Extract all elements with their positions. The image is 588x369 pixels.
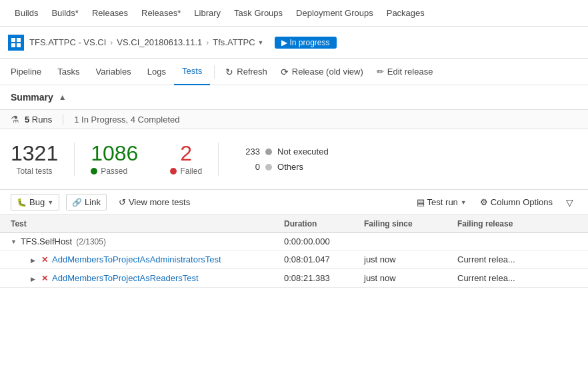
- group-duration: 0:00:00.000: [284, 236, 364, 246]
- col-test: Test: [11, 219, 284, 228]
- failed-dot: [170, 168, 177, 175]
- test-run-dropdown-icon: ▼: [461, 199, 467, 206]
- failed-section: 2 Failed: [170, 143, 219, 176]
- col-failing-since: Failing since: [364, 219, 457, 228]
- nav-pipeline[interactable]: Pipeline: [3, 59, 49, 85]
- row1-duration: 0:08:01.047: [284, 254, 364, 264]
- table-row-2: ✕ AddMembersToProjectAsReadersTest 0:08:…: [0, 269, 588, 288]
- row2-name-cell: ✕ AddMembersToProjectAsReadersTest: [11, 273, 284, 283]
- nav-variables[interactable]: Variables: [88, 59, 139, 85]
- toolbar-left: 🐛 Bug ▼ 🔗 Link ↺ View more tests: [11, 194, 413, 210]
- column-options-button[interactable]: ⚙ Column Options: [476, 194, 557, 210]
- row1-error-icon: ✕: [41, 255, 48, 264]
- breadcrumb-sep-1: ›: [110, 38, 113, 47]
- stats-bar: ⚗ 5 Runs 1 In Progress, 4 Completed: [0, 110, 588, 129]
- nav-releases[interactable]: Releases: [85, 0, 135, 27]
- svg-rect-3: [17, 43, 21, 47]
- total-label: Total tests: [11, 167, 58, 176]
- table-row: ✕ AddMembersToProjectAsAdministratorsTes…: [0, 250, 588, 269]
- secondary-nav-divider: [214, 65, 215, 79]
- passed-dot: [91, 168, 97, 175]
- not-executed-label: Not executed: [277, 147, 329, 157]
- runs-count: 5 Runs: [25, 115, 63, 125]
- refresh-button[interactable]: ↻ Refresh: [219, 59, 274, 85]
- row1-expand[interactable]: [28, 256, 37, 264]
- nav-tests[interactable]: Tests: [174, 59, 210, 85]
- top-nav: Builds Builds* Releases Releases* Librar…: [0, 0, 588, 27]
- breadcrumb-target[interactable]: Tfs.ATTPC ▼: [213, 37, 263, 47]
- table-row-group: TFS.SelfHost (2/1305) 0:00:00.000: [0, 233, 588, 250]
- bug-dropdown-icon: ▼: [47, 199, 53, 206]
- row2-test-name[interactable]: AddMembersToProjectAsReadersTest: [52, 273, 199, 283]
- passed-label: Passed: [91, 167, 138, 176]
- not-executed-row: 233 Not executed: [240, 147, 329, 157]
- row1-test-name[interactable]: AddMembersToProjectAsAdministratorsTest: [52, 254, 221, 264]
- column-options-icon: ⚙: [480, 197, 488, 207]
- not-executed-dot: [265, 149, 272, 155]
- nav-library[interactable]: Library: [187, 0, 227, 27]
- test-run-button[interactable]: ▤ Test run ▼: [413, 194, 471, 210]
- other-counts-section: 233 Not executed 0 Others: [235, 147, 329, 172]
- svg-rect-0: [11, 38, 15, 42]
- breadcrumb-release[interactable]: VS.CI_20180613.11.1: [117, 37, 202, 47]
- row2-expand[interactable]: [28, 274, 37, 282]
- filter-button[interactable]: ▽: [562, 194, 577, 210]
- row2-error-icon: ✕: [41, 274, 48, 283]
- status-play-icon: ▶: [281, 38, 287, 47]
- toolbar: 🐛 Bug ▼ 🔗 Link ↺ View more tests ▤ Test …: [0, 190, 588, 215]
- not-executed-count: 233: [240, 147, 260, 157]
- group-name-cell: TFS.SelfHost (2/1305): [11, 236, 284, 246]
- nav-builds[interactable]: Builds: [8, 0, 45, 27]
- test-run-icon: ▤: [417, 197, 425, 207]
- secondary-nav: Pipeline Tasks Variables Logs Tests ↻ Re…: [0, 59, 588, 85]
- nav-task-groups[interactable]: Task Groups: [227, 0, 289, 27]
- col-duration: Duration: [284, 219, 364, 228]
- breadcrumb-bar: TFS.ATTPC - VS.CI › VS.CI_20180613.11.1 …: [0, 27, 588, 59]
- others-row: 0 Others: [240, 162, 329, 172]
- others-label: Others: [277, 162, 303, 172]
- svg-rect-1: [17, 38, 21, 42]
- passed-section: 1086 Passed: [91, 143, 154, 176]
- nav-builds-star[interactable]: Builds*: [45, 0, 85, 27]
- bug-button[interactable]: 🐛 Bug ▼: [11, 194, 59, 210]
- status-badge: ▶ In progress: [275, 37, 337, 49]
- link-button[interactable]: 🔗 Link: [66, 194, 107, 210]
- others-dot: [265, 164, 272, 171]
- total-tests: 1321 Total tests: [11, 143, 75, 176]
- nav-deployment-groups[interactable]: Deployment Groups: [289, 0, 380, 27]
- summary-header: Summary ▲: [0, 85, 588, 110]
- edit-release-button[interactable]: ✏ Edit release: [370, 59, 440, 85]
- bug-icon: 🐛: [17, 198, 27, 207]
- nav-releases-star[interactable]: Releases*: [135, 0, 187, 27]
- row1-name-cell: ✕ AddMembersToProjectAsAdministratorsTes…: [11, 254, 284, 264]
- chevron-down-icon: ▼: [258, 39, 264, 46]
- row2-failing-since: just now: [364, 273, 457, 283]
- view-more-button[interactable]: ↺ View more tests: [113, 194, 195, 210]
- refresh-icon: ↻: [225, 67, 233, 77]
- release-icon: ⟳: [281, 67, 289, 77]
- edit-icon: ✏: [377, 67, 384, 77]
- failed-count: 2: [170, 143, 202, 164]
- others-count: 0: [240, 162, 260, 172]
- passed-count: 1086: [91, 143, 138, 164]
- link-icon: 🔗: [72, 198, 82, 207]
- nav-tasks[interactable]: Tasks: [49, 59, 87, 85]
- flask-icon: ⚗: [11, 114, 19, 125]
- nav-logs[interactable]: Logs: [139, 59, 174, 85]
- breadcrumb-sep-2: ›: [206, 38, 209, 47]
- nav-packages[interactable]: Packages: [380, 0, 431, 27]
- toolbar-right: ▤ Test run ▼ ⚙ Column Options ▽: [413, 194, 577, 210]
- failed-label: Failed: [170, 167, 202, 176]
- col-failing-release: Failing release: [457, 219, 577, 228]
- filter-icon: ▽: [566, 197, 573, 208]
- row2-duration: 0:08:21.383: [284, 273, 364, 283]
- total-count: 1321: [11, 143, 58, 164]
- breadcrumb-org[interactable]: TFS.ATTPC - VS.CI: [29, 37, 106, 47]
- view-more-icon: ↺: [119, 197, 126, 207]
- release-old-view-button[interactable]: ⟳ Release (old view): [274, 59, 370, 85]
- summary-toggle-icon[interactable]: ▲: [59, 93, 67, 102]
- group-chevron[interactable]: [11, 238, 17, 245]
- group-name: TFS.SelfHost: [21, 236, 72, 246]
- table-header: Test Duration Failing since Failing rele…: [0, 215, 588, 233]
- row2-failing-release: Current relea...: [457, 273, 577, 283]
